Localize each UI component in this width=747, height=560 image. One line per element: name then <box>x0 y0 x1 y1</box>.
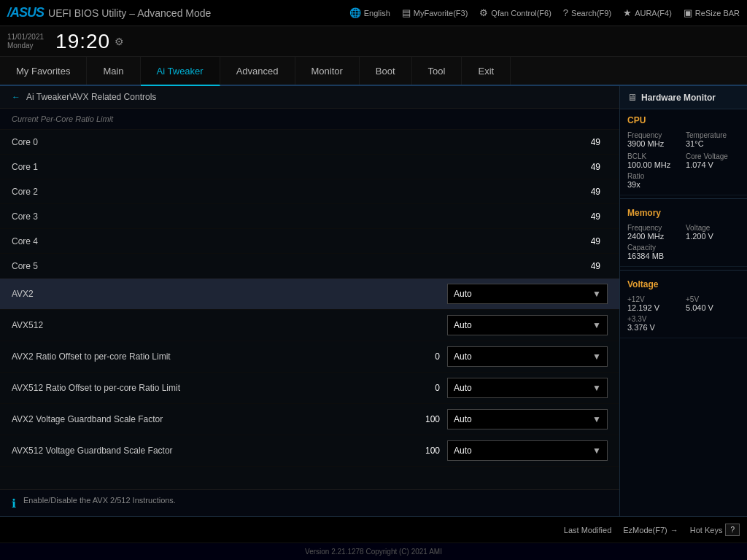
hw-divider-2 <box>620 270 747 271</box>
hw-divider-1 <box>620 198 747 199</box>
section-header: Current Per-Core Ratio Limit <box>0 109 619 130</box>
nav-item-advanced[interactable]: Advanced <box>220 57 295 85</box>
cpu-corev-value: 1.074 V <box>686 160 740 169</box>
avx2-ratio-offset-prevalue: 0 <box>418 351 440 362</box>
nav-item-monitor[interactable]: Monitor <box>295 57 360 85</box>
avx2-ratio-offset-row[interactable]: AVX2 Ratio Offset to per-core Ratio Limi… <box>0 341 619 373</box>
table-row[interactable]: Core 4 49 <box>0 229 619 254</box>
hotkeys-label: Hot Keys <box>690 526 723 534</box>
table-row[interactable]: Core 3 49 <box>0 204 619 229</box>
table-row[interactable]: Core 5 49 <box>0 254 619 279</box>
avx512-ratio-offset-row[interactable]: AVX512 Ratio Offset to per-core Ratio Li… <box>0 373 619 404</box>
avx2-row[interactable]: AVX2 Auto ▼ <box>0 279 619 310</box>
avx2-dropdown-arrow: ▼ <box>592 289 601 299</box>
breadcrumb-path: Ai Tweaker\AVX Related Controls <box>26 92 156 102</box>
core2-label: Core 2 <box>12 187 578 197</box>
avx512-ratio-offset-value: Auto <box>454 383 472 393</box>
last-modified-button[interactable]: Last Modified <box>564 526 611 534</box>
ezmode-button[interactable]: EzMode(F7) → <box>623 526 678 534</box>
version-text: Version 2.21.1278 Copyright (C) 2021 AMI <box>305 548 442 556</box>
voltage-grid: +12V 12.192 V +5V 5.040 V <box>627 295 740 312</box>
avx512-dropdown[interactable]: Auto ▼ <box>447 315 608 335</box>
settings-list: Current Per-Core Ratio Limit Core 0 49 C… <box>0 109 619 489</box>
avx2-ratio-offset-arrow: ▼ <box>592 351 601 362</box>
avx512-ratio-offset-prevalue: 0 <box>418 383 440 393</box>
aura-button[interactable]: ★ AURA(F4) <box>623 7 672 18</box>
avx2-ratio-offset-value: Auto <box>454 351 472 362</box>
table-row[interactable]: Core 0 49 <box>0 130 619 155</box>
nav-label-advanced: Advanced <box>236 66 279 77</box>
v5-item: +5V 5.040 V <box>686 295 740 312</box>
mem-cap-value: 16384 MB <box>627 252 740 260</box>
language-button[interactable]: 🌐 English <box>349 7 390 18</box>
ezmode-label: EzMode(F7) <box>623 526 667 534</box>
info-bar: ℹ Enable/Disable the AVX 2/512 Instructi… <box>0 489 619 516</box>
nav-label-boot: Boot <box>376 66 395 77</box>
cpu-ratio-item: Ratio 39x <box>627 172 740 189</box>
mem-freq-value: 2400 MHz <box>627 232 681 241</box>
nav-label-ai-tweaker: Ai Tweaker <box>157 66 204 77</box>
cpu-frequency-item: Frequency 3900 MHz <box>627 131 681 148</box>
nav-item-boot[interactable]: Boot <box>360 57 412 85</box>
footer: Last Modified EzMode(F7) → Hot Keys ? <box>0 516 747 542</box>
resize-bar-button[interactable]: ▣ ReSize BAR <box>684 7 740 18</box>
v12-item: +12V 12.192 V <box>627 295 681 312</box>
language-icon: 🌐 <box>349 7 361 18</box>
time-bar: 11/01/2021 Monday 19:20 ⚙ 🌐 English ▤ My… <box>0 26 747 57</box>
nav-item-my-favorites[interactable]: My Favorites <box>0 57 87 85</box>
v12-label: +12V <box>627 295 681 303</box>
hotkeys-button[interactable]: Hot Keys ? <box>690 524 740 536</box>
hw-monitor-title: Hardware Monitor <box>641 93 716 103</box>
qfan-button[interactable]: ⚙ Qfan Control(F6) <box>479 7 551 18</box>
avx2-ratio-offset-label: AVX2 Ratio Offset to per-core Ratio Limi… <box>12 351 418 362</box>
cpu-corev-label: Core Voltage <box>686 152 740 160</box>
breadcrumb: ← Ai Tweaker\AVX Related Controls <box>0 86 619 109</box>
v5-value: 5.040 V <box>686 303 740 312</box>
nav-label-main: Main <box>103 66 123 77</box>
memory-grid: Frequency 2400 MHz Voltage 1.200 V <box>627 224 740 241</box>
back-button[interactable]: ← <box>12 92 20 102</box>
bios-title: UEFI BIOS Utility – Advanced Mode <box>48 7 211 19</box>
avx2-ratio-offset-dropdown[interactable]: Auto ▼ <box>447 346 608 367</box>
day-value: Monday <box>7 42 44 50</box>
cpu-temp-label: Temperature <box>686 131 740 139</box>
avx512-ratio-offset-label: AVX512 Ratio Offset to per-core Ratio Li… <box>12 383 418 393</box>
table-row[interactable]: Core 1 49 <box>0 155 619 179</box>
core5-label: Core 5 <box>12 261 578 271</box>
avx512-dropdown-arrow: ▼ <box>592 320 601 330</box>
search-icon: ? <box>563 7 568 18</box>
nav-item-tool[interactable]: Tool <box>412 57 462 85</box>
avx512-voltage-dropdown[interactable]: Auto ▼ <box>447 440 608 461</box>
v33-value: 3.376 V <box>627 323 740 332</box>
avx2-dropdown-value: Auto <box>454 289 472 299</box>
last-modified-label: Last Modified <box>564 526 611 534</box>
nav-item-ai-tweaker[interactable]: Ai Tweaker <box>141 57 220 86</box>
aura-label: AURA(F4) <box>635 9 672 18</box>
avx2-voltage-value: Auto <box>454 414 472 424</box>
time-settings-icon[interactable]: ⚙ <box>115 36 124 47</box>
search-button[interactable]: ? Search(F9) <box>563 7 611 18</box>
voltage-section-title: Voltage <box>627 279 740 289</box>
avx2-voltage-row[interactable]: AVX2 Voltage Guardband Scale Factor 100 … <box>0 404 619 435</box>
cpu-bclk-label: BCLK <box>627 152 681 160</box>
myfavorite-button[interactable]: ▤ MyFavorite(F3) <box>402 7 468 18</box>
core1-value: 49 <box>578 162 600 172</box>
cpu-ratio-label: Ratio <box>627 172 740 180</box>
core2-value: 49 <box>578 187 600 197</box>
nav-item-exit[interactable]: Exit <box>462 57 511 85</box>
mem-voltage-item: Voltage 1.200 V <box>686 224 740 241</box>
logo: /ASUS UEFI BIOS Utility – Advanced Mode <box>7 5 211 20</box>
avx2-voltage-dropdown[interactable]: Auto ▼ <box>447 409 608 429</box>
avx2-label: AVX2 <box>12 289 447 299</box>
nav-item-main[interactable]: Main <box>87 57 140 85</box>
cpu-grid: Frequency 3900 MHz Temperature 31°C BCLK… <box>627 131 740 169</box>
table-row[interactable]: Core 2 49 <box>0 179 619 204</box>
avx512-ratio-offset-dropdown[interactable]: Auto ▼ <box>447 378 608 398</box>
avx2-dropdown[interactable]: Auto ▼ <box>447 284 608 304</box>
cpu-temperature-item: Temperature 31°C <box>686 131 740 148</box>
qfan-icon: ⚙ <box>479 7 488 18</box>
avx512-row[interactable]: AVX512 Auto ▼ <box>0 310 619 341</box>
search-label: Search(F9) <box>571 9 611 18</box>
avx512-voltage-row[interactable]: AVX512 Voltage Guardband Scale Factor 10… <box>0 435 619 467</box>
mem-freq-label: Frequency <box>627 224 681 232</box>
